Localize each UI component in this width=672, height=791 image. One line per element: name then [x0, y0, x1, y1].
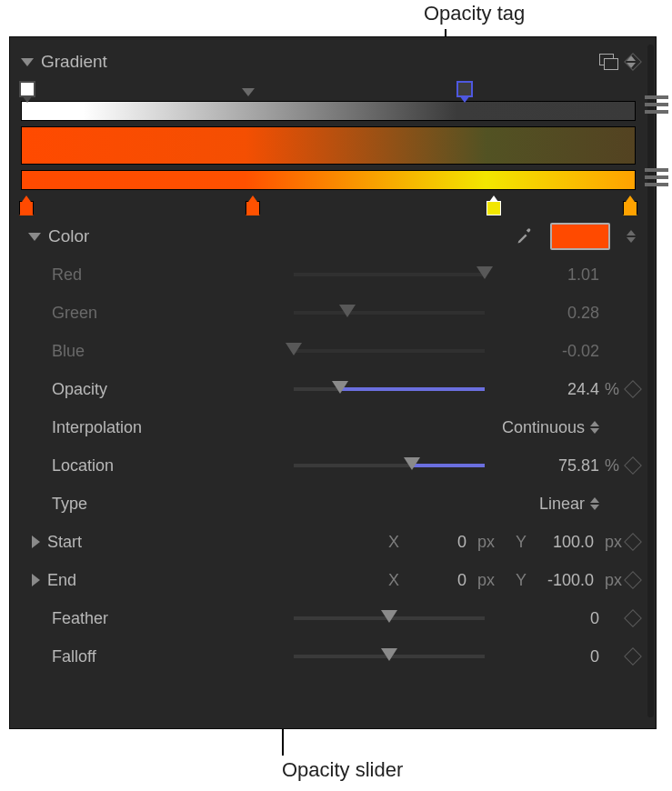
location-slider[interactable] — [294, 464, 485, 467]
axis-x-label: X — [386, 571, 401, 590]
disclosure-triangle[interactable] — [32, 574, 40, 586]
opacity-label: Opacity — [52, 380, 107, 399]
section-title-color: Color — [48, 226, 89, 246]
green-row: Green 0.28 — [21, 294, 636, 332]
location-label: Location — [52, 456, 114, 476]
opacity-slider[interactable] — [294, 387, 485, 391]
distribute-stops-icon[interactable] — [645, 168, 668, 190]
end-y-value[interactable]: -100.0 — [534, 571, 594, 590]
section-title-gradient: Gradient — [41, 52, 107, 72]
type-popup[interactable]: Linear — [539, 495, 599, 514]
color-stop-selected[interactable] — [486, 201, 501, 215]
feather-slider[interactable] — [294, 616, 485, 620]
eyedropper-icon[interactable] — [516, 227, 534, 245]
blue-label: Blue — [52, 342, 85, 361]
distribute-tags-icon[interactable] — [645, 95, 668, 117]
interpolation-label: Interpolation — [52, 418, 142, 437]
opacity-value[interactable]: 24.4 — [497, 380, 599, 399]
disclosure-triangle[interactable] — [28, 233, 41, 241]
start-y-value[interactable]: 100.0 — [534, 533, 594, 552]
px-unit: px — [477, 571, 508, 590]
blue-row: Blue -0.02 — [21, 332, 636, 370]
opacity-spread-marker[interactable] — [242, 88, 255, 96]
gradient-presets-icon[interactable] — [599, 54, 619, 70]
inspector-panel: Gradient — [9, 36, 657, 729]
color-popup-stepper[interactable] — [627, 230, 636, 243]
keyframe-diamond[interactable] — [624, 647, 642, 666]
opacity-gradient-bar[interactable] — [21, 101, 636, 121]
falloff-row: Falloff 0 — [21, 637, 636, 676]
opacity-tag[interactable] — [19, 81, 35, 97]
type-row: Type Linear — [21, 485, 636, 523]
green-value[interactable]: 0.28 — [497, 304, 599, 323]
interpolation-row: Interpolation Continuous — [21, 408, 636, 446]
scrollbar[interactable] — [647, 45, 654, 717]
green-slider[interactable] — [294, 311, 485, 315]
end-label: End — [47, 571, 76, 590]
disclosure-triangle[interactable] — [32, 536, 40, 548]
location-value[interactable]: 75.81 — [497, 456, 599, 476]
axis-y-label: Y — [514, 571, 528, 590]
location-row: Location 75.81 % — [21, 446, 636, 485]
green-label: Green — [52, 304, 97, 323]
falloff-value[interactable]: 0 — [497, 647, 599, 666]
red-row: Red 1.01 — [21, 255, 636, 294]
start-row: Start X 0 px Y 100.0 px — [21, 523, 636, 561]
color-stop[interactable] — [19, 201, 34, 215]
axis-x-label: X — [386, 533, 401, 552]
falloff-slider[interactable] — [294, 655, 485, 658]
color-stop[interactable] — [623, 201, 637, 215]
axis-y-label: Y — [514, 533, 528, 552]
blue-slider[interactable] — [294, 349, 485, 353]
opacity-row: Opacity 24.4 % — [21, 370, 636, 408]
blue-value[interactable]: -0.02 — [497, 342, 599, 361]
falloff-label: Falloff — [52, 647, 96, 666]
px-unit: px — [477, 533, 508, 552]
color-gradient-bar[interactable] — [21, 170, 636, 190]
feather-value[interactable]: 0 — [497, 609, 599, 628]
red-label: Red — [52, 265, 82, 285]
interpolation-popup[interactable]: Continuous — [502, 418, 599, 437]
color-stop[interactable] — [246, 201, 260, 215]
start-x-value[interactable]: 0 — [406, 533, 466, 552]
color-swatch[interactable] — [550, 223, 610, 250]
feather-label: Feather — [52, 609, 108, 628]
disclosure-triangle[interactable] — [21, 58, 34, 66]
gradient-header-row: Gradient — [21, 43, 636, 81]
feather-row: Feather 0 — [21, 599, 636, 637]
keyframe-diamond[interactable] — [624, 609, 642, 627]
type-label: Type — [52, 495, 87, 514]
color-header-row: Color — [21, 217, 636, 255]
opacity-tag-selected[interactable] — [456, 81, 473, 97]
start-label: Start — [47, 533, 82, 552]
end-x-value[interactable]: 0 — [406, 571, 466, 590]
red-slider[interactable] — [294, 273, 485, 276]
annotation-opacity-tag: Opacity tag — [424, 2, 525, 25]
gradient-preview — [21, 126, 636, 165]
annotation-opacity-slider: Opacity slider — [282, 758, 403, 782]
red-value[interactable]: 1.01 — [497, 265, 599, 285]
end-row: End X 0 px Y -100.0 px — [21, 561, 636, 599]
